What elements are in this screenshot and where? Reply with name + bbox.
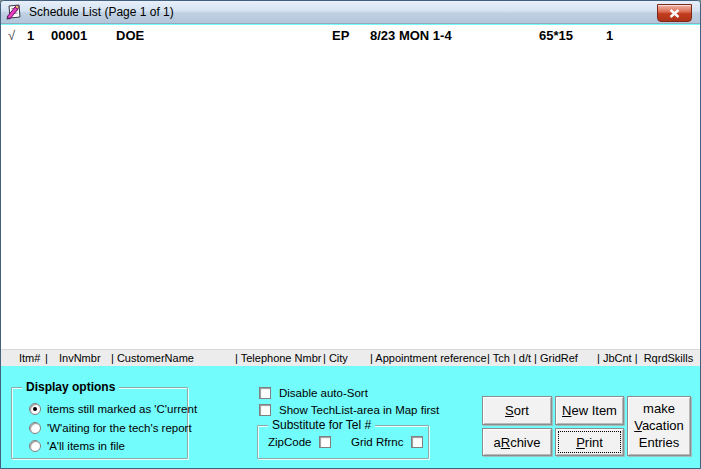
row-gridref: 65*15 [539,28,573,43]
col-customername: | CustomerName [111,352,194,364]
row-tech: EP [332,28,349,43]
show-techlist-checkbox[interactable] [259,404,271,416]
row-customer-name: DOE [116,28,144,43]
radio-current-items[interactable]: items still marked as 'C'urrent [29,403,197,415]
col-invnmbr: InvNmbr [59,352,101,364]
schedule-list-window: Schedule List (Page 1 of 1) √ 1 00001 DO… [0,0,701,469]
close-button[interactable] [657,4,692,22]
row-item-number: 1 [27,28,34,43]
print-button[interactable]: Print [555,428,624,456]
radio-waiting-label: 'W'aiting for the tech's report [47,422,192,434]
row-invoice-number: 00001 [51,28,87,43]
disable-auto-sort-row[interactable]: Disable auto-Sort [259,387,368,399]
radio-waiting-icon[interactable] [29,422,41,434]
window-title: Schedule List (Page 1 of 1) [29,1,174,23]
display-options-title: Display options [22,380,119,394]
substitute-tel-title: Substitute for Tel # [268,418,375,432]
title-bar[interactable]: Schedule List (Page 1 of 1) [1,1,700,24]
display-options-groupbox: Display options items still marked as 'C… [11,387,188,459]
zipcode-checkbox[interactable] [319,436,331,448]
close-icon [669,9,680,18]
col-tch-dt-grid: | Tch | d/t | GridRef [487,352,578,364]
col-telephone: | Telephone Nmbr [235,352,321,364]
row-checkmark: √ [8,28,15,43]
show-techlist-row[interactable]: Show TechList-area in Map first [259,404,439,416]
grid-rfrnc-row[interactable]: Grid Rfrnc [351,436,423,448]
show-techlist-label: Show TechList-area in Map first [279,404,439,416]
new-item-button[interactable]: New Item [555,396,624,425]
schedule-note-icon [6,4,23,20]
options-panel: Display options items still marked as 'C… [1,366,700,469]
col-itm: Itm# [19,352,40,364]
radio-all-label: 'A'll items in file [47,440,125,452]
radio-all-items[interactable]: 'A'll items in file [29,440,125,452]
substitute-tel-groupbox: Substitute for Tel # ZipCode Grid Rfrnc [257,425,429,459]
disable-auto-sort-checkbox[interactable] [259,387,271,399]
col-sep: | [45,352,48,364]
schedule-list-area: √ 1 00001 DOE EP 8/23 MON 1-4 65*15 1 [1,25,700,349]
archive-button[interactable]: aRchive [482,428,552,456]
grid-rfrnc-checkbox[interactable] [411,436,423,448]
row-jobcount: 1 [606,28,613,43]
zipcode-label: ZipCode [268,436,311,448]
disable-auto-sort-label: Disable auto-Sort [279,387,368,399]
make-vacation-entries-button[interactable]: make Vacation Entries [627,396,691,456]
radio-current-icon[interactable] [29,403,41,415]
column-header-strip: Itm# | InvNmbr | CustomerName | Telephon… [1,349,700,366]
sort-button[interactable]: Sort [482,396,552,425]
radio-waiting-report[interactable]: 'W'aiting for the tech's report [29,422,192,434]
zipcode-row[interactable]: ZipCode [268,436,331,448]
schedule-row[interactable]: √ 1 00001 DOE EP 8/23 MON 1-4 65*15 1 [1,28,700,44]
col-jbcnt-skills: | JbCnt | RqrdSkills [597,352,693,364]
col-appointment: | Appointment reference [370,352,487,364]
row-appointment: 8/23 MON 1-4 [370,28,452,43]
col-city: | City [323,352,348,364]
grid-rfrnc-label: Grid Rfrnc [351,436,403,448]
radio-current-label: items still marked as 'C'urrent [47,403,197,415]
radio-all-icon[interactable] [29,440,41,452]
